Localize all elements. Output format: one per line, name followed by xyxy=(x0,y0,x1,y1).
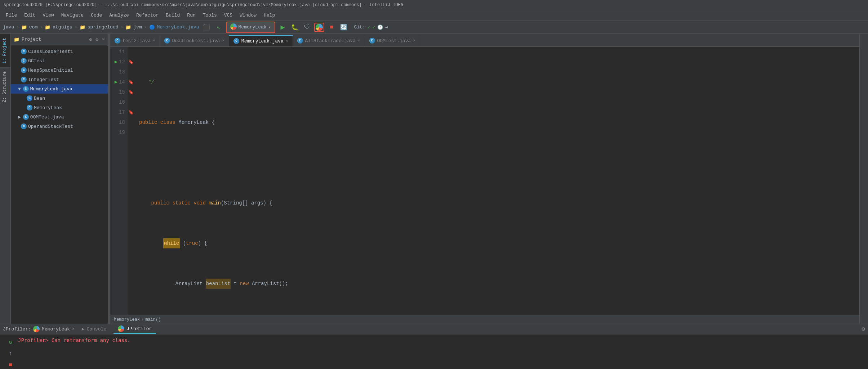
breadcrumb-sep: › xyxy=(141,317,144,322)
code-editor[interactable]: 11 ▶ 12 13 ▶ 14 15 16 17 18 19 xyxy=(110,47,859,315)
gutter-15: 🔖 xyxy=(128,87,135,97)
breadcrumb-atguigu[interactable]: atguigu xyxy=(53,24,72,30)
jprofiler-button[interactable] xyxy=(314,23,324,32)
tree-item-oomtest[interactable]: ▶ C OOMTest.java xyxy=(11,112,108,122)
tree-item-memoryleak-file[interactable]: ▼ C MemoryLeak.java xyxy=(11,84,108,94)
code-content[interactable]: */ public class MemoryLeak { public xyxy=(135,47,859,315)
line-num-11: 11 xyxy=(113,47,125,57)
line-num-14: ▶ 14 xyxy=(113,77,125,87)
gutter-19 xyxy=(128,127,135,138)
bottom-close-button[interactable]: × xyxy=(72,327,75,331)
menu-build[interactable]: Build xyxy=(163,11,183,19)
tree-item-integertest[interactable]: C IntegerTest xyxy=(11,75,108,84)
git-label: Git: xyxy=(354,24,365,30)
kw-true: true xyxy=(186,238,198,248)
menu-code[interactable]: Code xyxy=(88,11,105,19)
tree-item-operandstacktest[interactable]: C OperandStackTest xyxy=(11,122,108,131)
tree-item-label: Bean xyxy=(34,96,45,101)
tab-close-button[interactable]: × xyxy=(358,39,360,43)
menu-navigate[interactable]: Navigate xyxy=(58,11,86,19)
sidebar-tab-project[interactable]: 1: Project xyxy=(0,34,10,67)
cursor-button[interactable]: ↖ xyxy=(214,23,224,32)
line-num-19: 19 xyxy=(113,127,125,138)
git-undo-icon[interactable]: ↩ xyxy=(385,24,388,30)
git-history-icon[interactable]: 🕐 xyxy=(377,24,383,30)
bottom-scroll-up-button[interactable]: ↑ xyxy=(6,349,15,358)
editor-tab-deadlock[interactable]: C DeadLockTest.java × xyxy=(160,35,229,46)
tree-item-gctest[interactable]: C GCTest xyxy=(11,56,108,66)
menu-help[interactable]: Help xyxy=(261,11,278,19)
bottom-stop-button[interactable]: ■ xyxy=(6,360,15,369)
bookmark-icon: 🔖 xyxy=(128,59,134,65)
editor-tab-oomtest[interactable]: C OOMTest.java × xyxy=(365,35,420,46)
breadcrumb-springcloud[interactable]: springcloud xyxy=(88,24,119,30)
bracket: [] xyxy=(242,198,248,208)
project-header-expand-icon[interactable]: ⚙ xyxy=(89,37,92,42)
code-line-14: public static void main ( String [] args… xyxy=(139,198,856,208)
type-arraylist2: ArrayList xyxy=(252,279,279,289)
bottom-tab-console[interactable]: ▶ Console xyxy=(77,324,111,334)
tab-label: OOMTest.java xyxy=(377,38,411,44)
run-button[interactable]: ▶ xyxy=(277,23,288,32)
breadcrumb-method[interactable]: main() xyxy=(145,317,161,322)
editor-tab-test2[interactable]: C test2.java × xyxy=(110,35,160,46)
coverage-button[interactable]: 🛡 xyxy=(302,23,312,32)
paren: (); xyxy=(279,279,288,289)
tree-item-classloadertest1[interactable]: C ClassLoaderTest1 xyxy=(11,47,108,56)
menu-run[interactable]: Run xyxy=(184,11,198,19)
tree-item-memoryleak-class[interactable]: C MemoryLeak xyxy=(11,103,108,112)
gutter-18 xyxy=(128,117,135,127)
menu-vcs[interactable]: VCS xyxy=(221,11,235,19)
editor-tab-allstacktrace[interactable]: C AllStackTrace.java × xyxy=(293,35,365,46)
kw-new: new xyxy=(240,279,249,289)
menu-analyze[interactable]: Analyze xyxy=(106,11,132,19)
breadcrumb-java[interactable]: java xyxy=(3,24,14,30)
jprofiler-header: JProfiler: MemoryLeak × xyxy=(3,326,75,332)
editor-tab-memoryleak[interactable]: C MemoryLeak.java × xyxy=(229,35,293,46)
bottom-tab-jprofiler[interactable]: JProfiler xyxy=(113,324,156,334)
tab-close-button[interactable]: × xyxy=(153,39,155,43)
tab-close-button[interactable]: × xyxy=(413,39,415,43)
tree-item-bean[interactable]: C Bean xyxy=(11,94,108,103)
line-num-15: 15 xyxy=(113,87,125,97)
debug-button[interactable]: 🐛 xyxy=(290,23,300,32)
menu-file[interactable]: File xyxy=(3,11,20,19)
space xyxy=(248,198,251,208)
space xyxy=(157,117,160,127)
menu-view[interactable]: View xyxy=(40,11,57,19)
breadcrumb-sep-3: › xyxy=(75,24,77,30)
git-check2-icon[interactable]: ✓ xyxy=(372,24,375,30)
terminal-button[interactable]: ⬛ xyxy=(201,23,212,32)
breadcrumb-com[interactable]: com xyxy=(29,24,37,30)
menu-tools[interactable]: Tools xyxy=(200,11,220,19)
breadcrumb-jvm[interactable]: jvm xyxy=(133,24,142,30)
breadcrumb-folder4-icon: 📁 xyxy=(125,24,131,30)
project-header-settings-icon[interactable]: ⚙ xyxy=(95,37,98,42)
code-line-13 xyxy=(139,158,856,168)
project-header-close-icon[interactable]: × xyxy=(102,37,105,42)
editor-breadcrumb: MemoryLeak › main() xyxy=(110,315,859,324)
title-bar: springcloud2020 [E:\springcloud2020] - .… xyxy=(0,0,868,10)
run-gutter-icon[interactable]: ▶ xyxy=(115,57,117,67)
tree-item-heapspaceinitial[interactable]: C HeapSpaceInitial xyxy=(11,66,108,75)
stop-button[interactable]: ■ xyxy=(326,23,337,32)
menu-window[interactable]: Window xyxy=(237,11,259,19)
breadcrumb-class[interactable]: MemoryLeak xyxy=(114,317,140,322)
reload-button[interactable]: 🔄 xyxy=(339,23,349,32)
run-config-button[interactable]: MemoryLeak ▾ xyxy=(226,22,276,33)
breadcrumb-file[interactable]: MemoryLeak.java xyxy=(157,24,199,30)
right-sidebar xyxy=(859,34,868,324)
bottom-settings-icon[interactable]: ⚙ xyxy=(862,325,865,333)
space: = xyxy=(231,279,240,289)
jprofiler-label: JProfiler: xyxy=(3,327,31,332)
gutter-13 xyxy=(128,67,135,77)
git-check1-icon[interactable]: ✓ xyxy=(368,24,370,30)
sidebar-tab-structure[interactable]: Z: Structure xyxy=(0,67,10,106)
menu-edit[interactable]: Edit xyxy=(21,11,38,19)
bottom-refresh-button[interactable]: ↻ xyxy=(6,337,15,347)
tab-close-button[interactable]: × xyxy=(222,39,224,43)
menu-refactor[interactable]: Refactor xyxy=(133,11,161,19)
tab-close-button[interactable]: × xyxy=(286,39,288,43)
editor-tabs: C test2.java × C DeadLockTest.java × C M… xyxy=(110,34,859,47)
run-gutter-icon2[interactable]: ▶ xyxy=(115,77,117,87)
